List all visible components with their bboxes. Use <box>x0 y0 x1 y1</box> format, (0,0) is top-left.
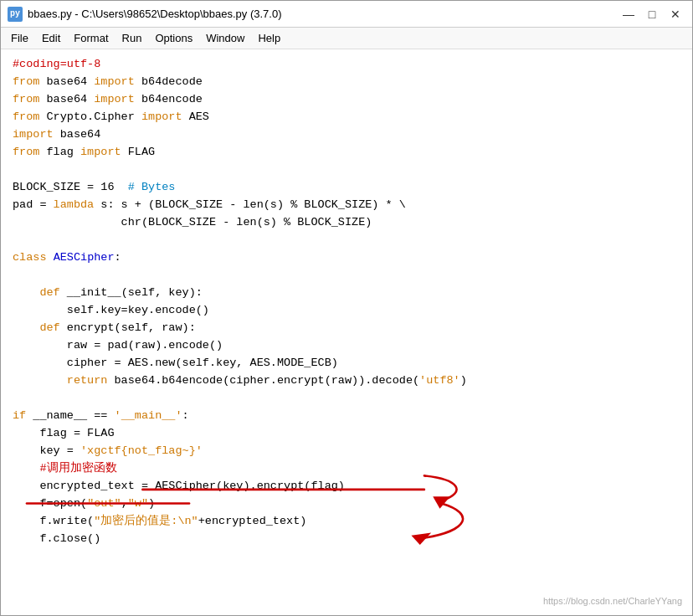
window-title: bbaes.py - C:\Users\98652\Desktop\bbaes.… <box>28 8 282 20</box>
code-line-26: f=open("out","w") <box>13 495 680 513</box>
menu-run[interactable]: Run <box>116 30 149 46</box>
code-line-5: import base64 <box>13 126 680 144</box>
title-bar-left: py bbaes.py - C:\Users\98652\Desktop\bba… <box>8 7 282 22</box>
code-line-19: return base64.b64encode(cipher.encrypt(r… <box>13 372 680 390</box>
code-line-27: f.write("加密后的值是:\n"+encrypted_text) <box>13 513 680 531</box>
window-controls: — □ ✕ <box>619 5 685 23</box>
code-line-1: #coding=utf-8 <box>13 56 680 74</box>
code-line-7 <box>13 162 680 179</box>
code-line-3: from base64 import b64encode <box>13 91 680 109</box>
code-line-12: class AESCipher: <box>13 249 680 267</box>
code-line-11 <box>13 232 680 249</box>
menu-file[interactable]: File <box>4 30 35 46</box>
code-line-4: from Crypto.Cipher import AES <box>13 109 680 126</box>
code-line-2: from base64 import b64decode <box>13 74 680 91</box>
code-line-28: f.close() <box>13 531 680 548</box>
app-icon: py <box>8 7 23 22</box>
code-line-22: flag = FLAG <box>13 425 680 443</box>
code-line-23: key = 'xgctf{not_flag~}' <box>13 443 680 460</box>
menu-help[interactable]: Help <box>251 30 287 46</box>
code-line-14: def __init__(self, key): <box>13 285 680 302</box>
code-line-13 <box>13 267 680 285</box>
code-line-9: pad = lambda s: s + (BLOCK_SIZE - len(s)… <box>13 197 680 214</box>
code-line-6: from flag import FLAG <box>13 144 680 162</box>
code-line-20 <box>13 390 680 408</box>
code-line-16: def encrypt(self, raw): <box>13 320 680 337</box>
title-bar: py bbaes.py - C:\Users\98652\Desktop\bba… <box>1 1 692 28</box>
menu-format[interactable]: Format <box>67 30 115 46</box>
code-line-21: if __name__ == '__main__': <box>13 408 680 425</box>
menu-bar: File Edit Format Run Options Window Help <box>1 28 692 49</box>
menu-edit[interactable]: Edit <box>35 30 67 46</box>
code-line-10: chr(BLOCK_SIZE - len(s) % BLOCK_SIZE) <box>13 214 680 232</box>
code-editor[interactable]: #coding=utf-8 from base64 import b64deco… <box>1 49 692 615</box>
code-line-25: encrypted_text = AESCipher(key).encrypt(… <box>13 478 680 495</box>
menu-options[interactable]: Options <box>148 30 199 46</box>
maximize-button[interactable]: □ <box>642 5 662 23</box>
menu-window[interactable]: Window <box>199 30 251 46</box>
main-window: py bbaes.py - C:\Users\98652\Desktop\bba… <box>0 0 693 616</box>
code-line-15: self.key=key.encode() <box>13 302 680 320</box>
minimize-button[interactable]: — <box>619 5 639 23</box>
code-line-18: cipher = AES.new(self.key, AES.MODE_ECB) <box>13 355 680 372</box>
watermark: https://blog.csdn.net/CharleYYang <box>543 594 682 608</box>
code-line-17: raw = pad(raw).encode() <box>13 337 680 355</box>
code-line-24: #调用加密函数 <box>13 460 680 478</box>
code-line-8: BLOCK_SIZE = 16 # Bytes <box>13 179 680 197</box>
close-button[interactable]: ✕ <box>665 5 685 23</box>
